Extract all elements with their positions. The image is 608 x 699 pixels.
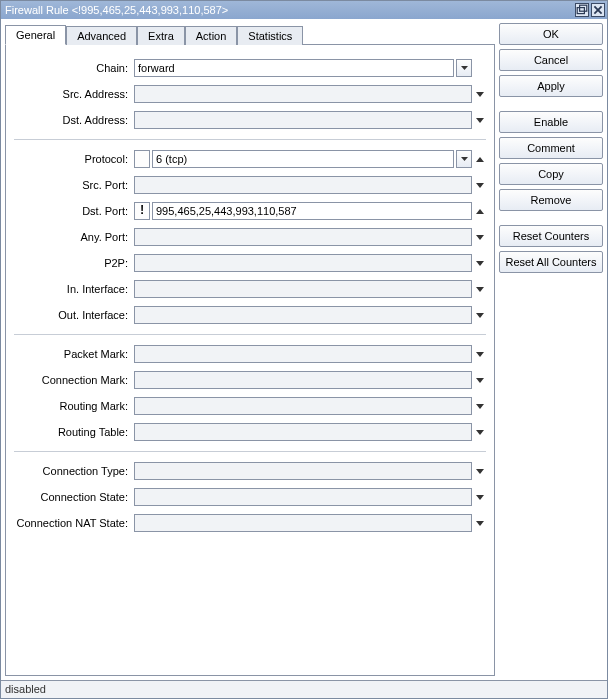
- tab-body-general: Chain:forwardSrc. Address:Dst. Address:P…: [5, 45, 495, 676]
- expand-toggle-icon[interactable]: [474, 176, 486, 194]
- row-src-port: Src. Port:: [14, 172, 486, 198]
- connection-type-input: [134, 462, 472, 480]
- dropdown-button[interactable]: [456, 150, 472, 168]
- expand-toggle-icon[interactable]: [474, 488, 486, 506]
- tab-general[interactable]: General: [5, 25, 66, 45]
- window-title: Firewall Rule <!995,465,25,443,993,110,5…: [5, 4, 573, 16]
- reset-all-counters-button[interactable]: Reset All Counters: [499, 251, 603, 273]
- label-connection-mark: Connection Mark:: [14, 374, 134, 386]
- expand-toggle-icon[interactable]: [474, 280, 486, 298]
- enable-button[interactable]: Enable: [499, 111, 603, 133]
- svg-marker-19: [476, 469, 484, 474]
- label-packet-mark: Packet Mark:: [14, 348, 134, 360]
- row-protocol: Protocol:6 (tcp): [14, 146, 486, 172]
- svg-marker-13: [476, 287, 484, 292]
- svg-marker-20: [476, 495, 484, 500]
- comment-button[interactable]: Comment: [499, 137, 603, 159]
- svg-marker-5: [476, 92, 484, 97]
- src-port-input: [134, 176, 472, 194]
- connection-nat-state-input: [134, 514, 472, 532]
- reset-counters-button[interactable]: Reset Counters: [499, 225, 603, 247]
- expand-toggle-icon[interactable]: [474, 423, 486, 441]
- expand-toggle-icon[interactable]: [474, 371, 486, 389]
- label-connection-nat-state: Connection NAT State:: [14, 517, 134, 529]
- section-divider: [14, 334, 486, 335]
- collapse-toggle-icon[interactable]: [474, 150, 486, 168]
- tab-action[interactable]: Action: [185, 26, 238, 45]
- expand-toggle-icon[interactable]: [474, 254, 486, 272]
- routing-table-input: [134, 423, 472, 441]
- protocol-input[interactable]: 6 (tcp): [152, 150, 454, 168]
- expand-toggle-icon[interactable]: [474, 111, 486, 129]
- out-interface-input: [134, 306, 472, 324]
- cancel-button[interactable]: Cancel: [499, 49, 603, 71]
- negate-toggle[interactable]: [134, 150, 150, 168]
- tab-advanced[interactable]: Advanced: [66, 26, 137, 45]
- copy-button[interactable]: Copy: [499, 163, 603, 185]
- connection-mark-input: [134, 371, 472, 389]
- in-interface-input: [134, 280, 472, 298]
- negate-toggle[interactable]: !: [134, 202, 150, 220]
- expand-toggle-icon[interactable]: [474, 514, 486, 532]
- row-routing-table: Routing Table:: [14, 419, 486, 445]
- dst-port-input[interactable]: 995,465,25,443,993,110,587: [152, 202, 472, 220]
- label-in-interface: In. Interface:: [14, 283, 134, 295]
- svg-marker-7: [461, 157, 468, 161]
- control-connection-state: [134, 488, 486, 506]
- label-out-interface: Out. Interface:: [14, 309, 134, 321]
- label-any-port: Any. Port:: [14, 231, 134, 243]
- expand-toggle-icon[interactable]: [474, 85, 486, 103]
- expand-toggle-icon[interactable]: [474, 397, 486, 415]
- label-protocol: Protocol:: [14, 153, 134, 165]
- control-protocol: 6 (tcp): [134, 150, 486, 168]
- control-connection-type: [134, 462, 486, 480]
- svg-marker-8: [476, 157, 484, 162]
- ok-button[interactable]: OK: [499, 23, 603, 45]
- label-dst-port: Dst. Port:: [14, 205, 134, 217]
- connection-state-input: [134, 488, 472, 506]
- svg-marker-21: [476, 521, 484, 526]
- label-connection-type: Connection Type:: [14, 465, 134, 477]
- control-any-port: [134, 228, 486, 246]
- row-dst-port: Dst. Port:!995,465,25,443,993,110,587: [14, 198, 486, 224]
- label-routing-mark: Routing Mark:: [14, 400, 134, 412]
- svg-marker-12: [476, 261, 484, 266]
- svg-marker-11: [476, 235, 484, 240]
- section-divider: [14, 139, 486, 140]
- row-out-interface: Out. Interface:: [14, 302, 486, 328]
- svg-marker-9: [476, 183, 484, 188]
- restore-button[interactable]: [575, 3, 589, 17]
- svg-marker-18: [476, 430, 484, 435]
- svg-marker-17: [476, 404, 484, 409]
- control-routing-table: [134, 423, 486, 441]
- control-connection-nat-state: [134, 514, 486, 532]
- control-p2p: [134, 254, 486, 272]
- apply-button[interactable]: Apply: [499, 75, 603, 97]
- control-packet-mark: [134, 345, 486, 363]
- tab-statistics[interactable]: Statistics: [237, 26, 303, 45]
- routing-mark-input: [134, 397, 472, 415]
- collapse-toggle-icon[interactable]: [474, 202, 486, 220]
- row-any-port: Any. Port:: [14, 224, 486, 250]
- svg-marker-16: [476, 378, 484, 383]
- control-connection-mark: [134, 371, 486, 389]
- close-button[interactable]: [591, 3, 605, 17]
- tab-extra[interactable]: Extra: [137, 26, 185, 45]
- label-src-address: Src. Address:: [14, 88, 134, 100]
- row-chain: Chain:forward: [14, 55, 486, 81]
- remove-button[interactable]: Remove: [499, 189, 603, 211]
- label-p2p: P2P:: [14, 257, 134, 269]
- label-dst-address: Dst. Address:: [14, 114, 134, 126]
- title-bar[interactable]: Firewall Rule <!995,465,25,443,993,110,5…: [1, 1, 607, 19]
- expand-toggle-icon[interactable]: [474, 306, 486, 324]
- dropdown-button[interactable]: [456, 59, 472, 77]
- expand-toggle-icon[interactable]: [474, 228, 486, 246]
- chain-input[interactable]: forward: [134, 59, 454, 77]
- expand-toggle-icon[interactable]: [474, 345, 486, 363]
- row-routing-mark: Routing Mark:: [14, 393, 486, 419]
- row-p2p: P2P:: [14, 250, 486, 276]
- row-connection-type: Connection Type:: [14, 458, 486, 484]
- status-text: disabled: [5, 683, 46, 695]
- expand-toggle-icon[interactable]: [474, 462, 486, 480]
- control-out-interface: [134, 306, 486, 324]
